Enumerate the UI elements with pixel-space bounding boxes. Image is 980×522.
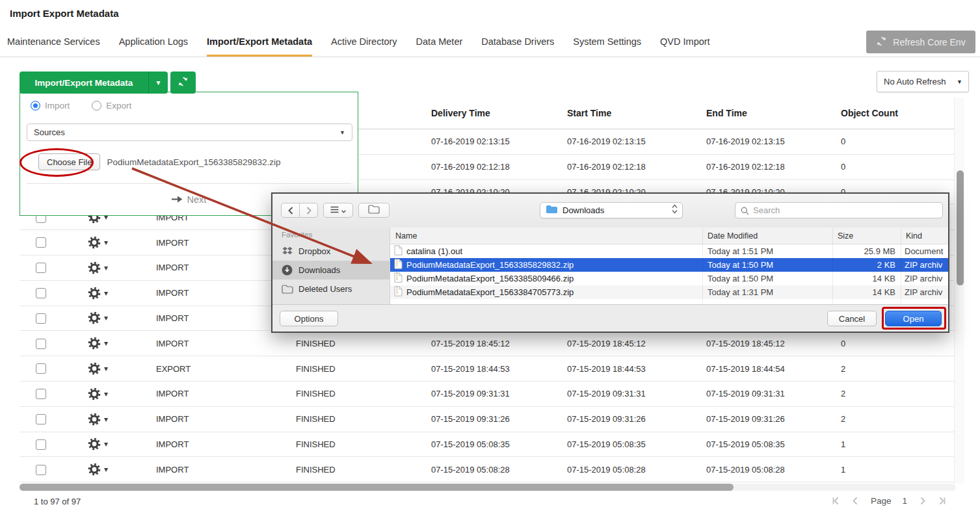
tab-maintenance-services[interactable]: Maintenance Services bbox=[7, 26, 100, 57]
chevron-down-icon[interactable]: ▾ bbox=[104, 389, 108, 398]
row-checkbox[interactable] bbox=[36, 439, 46, 450]
chevron-down-icon[interactable]: ▾ bbox=[104, 439, 108, 449]
column-header-name[interactable]: Name bbox=[390, 231, 702, 241]
horizontal-scrollbar[interactable] bbox=[20, 484, 956, 491]
sidebar-item-downloads[interactable]: Downloads bbox=[272, 261, 390, 280]
chevron-down-icon[interactable]: ▾ bbox=[148, 72, 168, 94]
delivery-time: 07-15-2019 18:44:53 bbox=[431, 364, 567, 374]
row-checkbox[interactable] bbox=[36, 237, 46, 248]
row-checkbox[interactable] bbox=[36, 389, 46, 399]
search-input[interactable] bbox=[735, 203, 942, 218]
row-checkbox[interactable] bbox=[36, 313, 46, 324]
header-delivery-time[interactable]: Delivery Time bbox=[431, 108, 567, 118]
back-button[interactable] bbox=[281, 203, 300, 218]
file-kind: ZIP archiv bbox=[901, 274, 948, 283]
tab-database-drivers[interactable]: Database Drivers bbox=[481, 26, 554, 57]
tab-application-logs[interactable]: Application Logs bbox=[119, 26, 188, 57]
row-select-cell bbox=[20, 413, 55, 424]
job-status: FINISHED bbox=[296, 439, 431, 449]
job-type: EXPORT bbox=[156, 364, 296, 374]
row-checkbox[interactable] bbox=[36, 363, 46, 374]
job-type: IMPORT bbox=[156, 389, 296, 398]
tab-data-meter[interactable]: Data Meter bbox=[416, 26, 463, 57]
gear-icon[interactable] bbox=[88, 437, 101, 450]
file-row[interactable]: catalina (1).outToday at 1:51 PM25.9 MBD… bbox=[390, 244, 948, 258]
view-options-button[interactable] bbox=[323, 203, 353, 218]
next-page-icon[interactable] bbox=[918, 497, 927, 505]
location-select[interactable]: Downloads bbox=[540, 202, 683, 218]
page-number: 1 bbox=[902, 496, 907, 506]
end-time: 07-16-2019 02:12:18 bbox=[706, 162, 841, 172]
file-list-body: catalina (1).outToday at 1:51 PM25.9 MBD… bbox=[390, 244, 948, 299]
horizontal-scrollbar-thumb[interactable] bbox=[20, 484, 734, 491]
forward-button[interactable] bbox=[299, 203, 318, 218]
column-header-date-modified[interactable]: Date Modified bbox=[702, 231, 832, 241]
chevron-down-icon[interactable]: ▾ bbox=[104, 238, 108, 247]
sidebar-item-deleted-users[interactable]: Deleted Users bbox=[272, 280, 390, 298]
vertical-scrollbar[interactable] bbox=[954, 98, 964, 484]
tab-system-settings[interactable]: System Settings bbox=[573, 26, 641, 57]
gear-icon[interactable] bbox=[88, 413, 101, 426]
header-start-time[interactable]: ↓ Start Time bbox=[567, 108, 706, 118]
chevron-down-icon[interactable]: ▾ bbox=[104, 289, 108, 298]
start-time: 07-16-2019 02:12:18 bbox=[567, 162, 706, 172]
file-name: PodiumMetadataExport_1563384705773.zip bbox=[406, 287, 574, 297]
first-page-icon[interactable] bbox=[832, 497, 840, 505]
choose-file-button[interactable]: Choose File bbox=[38, 153, 100, 170]
row-checkbox[interactable] bbox=[36, 288, 46, 298]
sidebar-item-dropbox[interactable]: Dropbox bbox=[272, 242, 390, 261]
row-select-cell bbox=[20, 287, 55, 298]
new-folder-button[interactable] bbox=[358, 203, 390, 218]
row-actions-cell: ▾ bbox=[55, 337, 156, 350]
tab-import-export-metadata[interactable]: Import/Export Metadata bbox=[207, 26, 312, 57]
open-button[interactable]: Open bbox=[885, 311, 942, 326]
row-checkbox[interactable] bbox=[36, 263, 46, 273]
column-header-kind[interactable]: Kind bbox=[901, 231, 948, 241]
chevron-down-icon[interactable]: ▾ bbox=[104, 339, 108, 348]
chevron-down-icon[interactable]: ▾ bbox=[104, 415, 108, 424]
prev-page-icon[interactable] bbox=[851, 497, 860, 505]
sources-select[interactable]: Sources ▼ bbox=[27, 124, 352, 141]
tab-active-directory[interactable]: Active Directory bbox=[331, 26, 397, 57]
tab-qvd-import[interactable]: QVD Import bbox=[660, 26, 710, 57]
file-name-cell: PodiumMetadataExport_1563385829832.zip bbox=[390, 259, 702, 271]
file-row[interactable]: PodiumMetadataExport_1563385809466.zipTo… bbox=[390, 272, 948, 285]
cancel-button[interactable]: Cancel bbox=[827, 311, 877, 326]
refresh-core-env-button[interactable]: Refresh Core Env bbox=[866, 31, 975, 53]
import-export-action-button[interactable]: Import/Export Metadata ▾ bbox=[20, 72, 168, 94]
column-header-size[interactable]: Size bbox=[832, 231, 901, 241]
delivery-time: 07-15-2019 09:31:26 bbox=[431, 414, 567, 424]
file-row[interactable]: PodiumMetadataExport_1563385829832.zipTo… bbox=[390, 258, 948, 272]
file-row[interactable]: PodiumMetadataExport_1563384705773.zipTo… bbox=[390, 285, 948, 299]
gear-icon[interactable] bbox=[88, 311, 101, 324]
chevron-down-icon[interactable]: ▾ bbox=[104, 465, 108, 474]
search-field[interactable] bbox=[735, 202, 943, 218]
row-checkbox[interactable] bbox=[36, 339, 46, 349]
gear-icon[interactable] bbox=[88, 287, 101, 300]
list-view-icon bbox=[330, 205, 339, 215]
export-radio[interactable]: Export bbox=[92, 101, 131, 111]
options-button[interactable]: Options bbox=[280, 311, 338, 326]
auto-refresh-select[interactable]: No Auto Refresh ▼ bbox=[877, 71, 969, 92]
page-title: Import Export Metadata bbox=[10, 8, 119, 19]
row-checkbox[interactable] bbox=[36, 465, 46, 475]
gear-icon[interactable] bbox=[88, 387, 101, 400]
chevron-down-icon[interactable]: ▾ bbox=[104, 263, 108, 272]
row-checkbox[interactable] bbox=[36, 414, 46, 424]
last-page-icon[interactable] bbox=[938, 497, 946, 505]
gear-icon[interactable] bbox=[88, 362, 101, 375]
pagination-bar: 1 to 97 of 97 Page 1 bbox=[0, 491, 980, 517]
gear-icon[interactable] bbox=[88, 463, 101, 476]
header-end-time[interactable]: End Time bbox=[706, 108, 841, 118]
chevron-down-icon[interactable]: ▾ bbox=[104, 364, 108, 373]
favorites-list: DropboxDownloadsDeleted Users bbox=[272, 242, 390, 298]
gear-icon[interactable] bbox=[88, 236, 101, 249]
import-radio[interactable]: Import bbox=[31, 101, 70, 111]
file-name-cell: PodiumMetadataExport_1563384705773.zip bbox=[390, 286, 702, 298]
refresh-table-button[interactable] bbox=[170, 72, 196, 94]
chevron-down-icon[interactable]: ▾ bbox=[104, 313, 108, 322]
vertical-scrollbar-thumb[interactable] bbox=[957, 170, 964, 285]
header-object-count[interactable]: Object Count bbox=[841, 108, 956, 118]
gear-icon[interactable] bbox=[88, 261, 101, 274]
gear-icon[interactable] bbox=[88, 337, 101, 350]
